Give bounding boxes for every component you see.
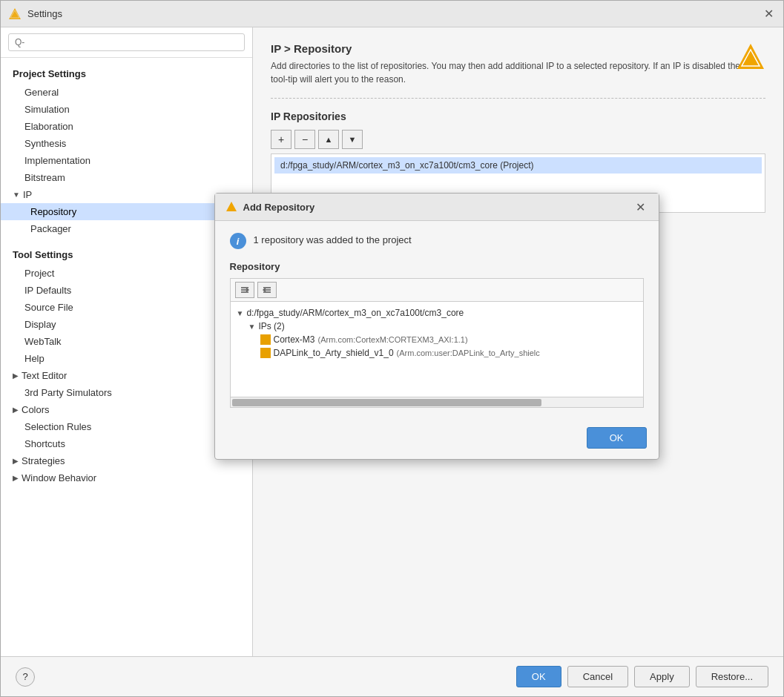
project-settings-section: Project Settings: [1, 64, 252, 84]
text-editor-label: Text Editor: [22, 370, 67, 381]
collapse-icon: [240, 285, 250, 295]
daplink-ip-icon: [260, 348, 271, 358]
modal-repo-toolbar: [230, 278, 644, 301]
ip-chevron: ▼: [13, 191, 20, 199]
window-title: Settings: [27, 8, 761, 19]
modal-tree: ▼ d:/fpga_study/ARM/cortex_m3_on_xc7a100…: [230, 301, 644, 397]
repo-add-button[interactable]: +: [271, 130, 291, 149]
sidebar-item-simulation[interactable]: Simulation: [1, 101, 252, 118]
cortex-ip-icon: [260, 334, 271, 345]
cortex-subtext: (Arm.com:CortexM:CORTEXM3_AXI:1.1): [318, 335, 468, 344]
repo-toolbar: + − ▲ ▼: [271, 130, 765, 149]
ok-button[interactable]: OK: [516, 666, 561, 687]
modal-close-button[interactable]: ✕: [633, 199, 648, 214]
expand-icon: [262, 285, 272, 295]
modal-scrollbar[interactable]: [230, 397, 644, 408]
panel-header: IP > Repository Add directories to the l…: [271, 42, 765, 86]
brand-logo: [736, 42, 765, 74]
sidebar-item-window-behavior[interactable]: ▶ Window Behavior: [1, 469, 252, 486]
info-icon: i: [230, 233, 246, 249]
repo-down-button[interactable]: ▼: [342, 130, 363, 149]
add-repository-modal: Add Repository ✕ i 1 repository was adde…: [214, 193, 659, 460]
window-behavior-chevron: ▶: [13, 474, 19, 482]
modal-section-title: Repository: [230, 261, 644, 272]
panel-divider: [271, 98, 765, 99]
root-path: d:/fpga_study/ARM/cortex_m3_on_xc7a100t/…: [246, 308, 464, 318]
footer: ? OK Cancel Apply Restore...: [1, 656, 783, 696]
title-bar: Settings ✕: [1, 1, 783, 27]
sidebar-item-general[interactable]: General: [1, 84, 252, 101]
ips-group-label: IPs (2): [258, 321, 284, 331]
sidebar-item-elaboration[interactable]: Elaboration: [1, 118, 252, 135]
modal-title-icon: [225, 201, 237, 213]
repo-list-item[interactable]: d:/fpga_study/ARM/cortex_m3_on_xc7a100t/…: [274, 157, 762, 174]
daplink-label: DAPLink_to_Arty_shield_v1_0: [274, 348, 394, 358]
restore-button[interactable]: Restore...: [696, 666, 768, 687]
search-input[interactable]: [8, 33, 245, 51]
colors-label: Colors: [22, 404, 50, 415]
modal-ok-button[interactable]: OK: [587, 427, 647, 449]
strategies-chevron: ▶: [13, 457, 19, 465]
modal-collapse-all-button[interactable]: [235, 282, 254, 298]
sidebar-item-synthesis[interactable]: Synthesis: [1, 135, 252, 152]
tree-item-ips-group[interactable]: ▼ IPs (2): [237, 320, 637, 333]
root-chevron: ▼: [237, 309, 244, 317]
tree-item-daplink[interactable]: DAPLink_to_Arty_shield_v1_0 (Arm.com:use…: [237, 346, 637, 360]
ip-label: IP: [23, 189, 32, 200]
sidebar-item-bitstream[interactable]: Bitstream: [1, 169, 252, 186]
cancel-button[interactable]: Cancel: [567, 666, 628, 687]
svg-marker-4: [226, 202, 237, 211]
tree-item-cortex-m3[interactable]: Cortex-M3 (Arm.com:CortexM:CORTEXM3_AXI:…: [237, 333, 637, 346]
svg-marker-2: [737, 44, 764, 69]
repo-remove-button[interactable]: −: [294, 130, 315, 149]
modal-title-text: Add Repository: [243, 202, 627, 213]
app-icon: [8, 7, 22, 21]
daplink-subtext: (Arm.com:user:DAPLink_to_Arty_shielc: [397, 348, 540, 357]
strategies-label: Strategies: [22, 455, 65, 466]
sidebar-item-implementation[interactable]: Implementation: [1, 152, 252, 169]
search-box: [1, 27, 252, 58]
scrollbar-thumb: [232, 399, 541, 406]
modal-title-bar: Add Repository ✕: [215, 194, 659, 221]
modal-expand-all-button[interactable]: [257, 282, 277, 298]
ip-repos-title: IP Repositories: [271, 110, 765, 122]
panel-breadcrumb: IP > Repository: [271, 42, 765, 55]
cortex-label: Cortex-M3: [274, 334, 315, 345]
ips-chevron: ▼: [248, 323, 256, 331]
apply-button[interactable]: Apply: [634, 666, 690, 687]
tree-item-root[interactable]: ▼ d:/fpga_study/ARM/cortex_m3_on_xc7a100…: [237, 306, 637, 320]
modal-info-text: 1 repository was added to the project: [254, 233, 412, 245]
modal-footer: OK: [215, 420, 659, 459]
repo-up-button[interactable]: ▲: [318, 130, 339, 149]
window-behavior-label: Window Behavior: [22, 472, 96, 483]
colors-chevron: ▶: [13, 406, 19, 414]
panel-description: Add directories to the list of repositor…: [271, 59, 765, 86]
modal-body: i 1 repository was added to the project …: [215, 221, 659, 420]
modal-info: i 1 repository was added to the project: [230, 233, 644, 249]
close-button[interactable]: ✕: [761, 7, 776, 22]
help-button[interactable]: ?: [16, 667, 35, 687]
text-editor-chevron: ▶: [13, 371, 19, 380]
